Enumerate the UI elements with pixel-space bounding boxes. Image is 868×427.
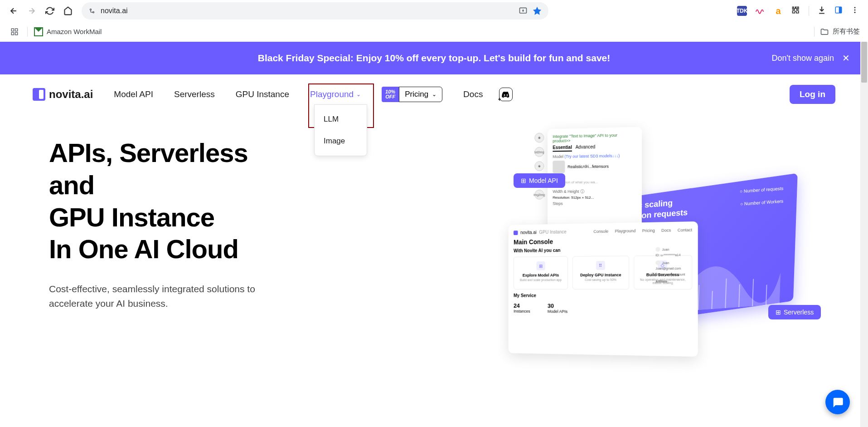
page-viewport: Black Friday Special: Enjoy 10% off ever… xyxy=(0,42,868,427)
side-dot-icon: img2img xyxy=(534,190,544,200)
side-dot-icon: ◉ xyxy=(534,161,544,171)
avatar-icon xyxy=(655,247,660,251)
svg-line-19 xyxy=(712,291,712,309)
scrollbar-thumb[interactable] xyxy=(861,42,867,83)
nav-gpu-instance[interactable]: GPU Instance xyxy=(236,89,289,99)
dropdown-item-image[interactable]: Image xyxy=(315,130,367,152)
chat-icon xyxy=(831,396,844,408)
install-icon[interactable] xyxy=(519,6,528,15)
svg-point-7 xyxy=(854,12,856,13)
nav-pricing[interactable]: 10% OFF Pricing ⌄ xyxy=(382,87,442,102)
logo-text: novita.ai xyxy=(49,88,93,101)
svg-rect-8 xyxy=(11,29,14,31)
ext-wave[interactable] xyxy=(755,5,765,17)
svg-point-5 xyxy=(854,7,856,8)
divider xyxy=(27,27,28,37)
forward-button[interactable] xyxy=(24,3,40,19)
side-panel-icon[interactable] xyxy=(834,6,843,16)
chat-fab[interactable] xyxy=(825,390,850,414)
promo-banner: Black Friday Special: Enjoy 10% off ever… xyxy=(0,42,868,74)
svg-rect-10 xyxy=(11,32,14,34)
discount-badge: 10% OFF xyxy=(382,87,399,102)
bookmark-star-icon[interactable] xyxy=(532,6,542,16)
address-bar[interactable]: novita.ai xyxy=(82,2,548,20)
grid-icon: ⊞ xyxy=(521,177,526,184)
dropdown-item-llm[interactable]: LLM xyxy=(315,108,367,130)
discord-button[interactable] xyxy=(499,88,513,101)
site-nav: novita.ai Model API Serverless GPU Insta… xyxy=(0,74,868,114)
hero-subtitle: Cost-effective, seamlessly integrated so… xyxy=(49,282,276,310)
close-icon[interactable]: ✕ xyxy=(842,53,850,64)
mail-icon xyxy=(34,27,43,36)
browser-toolbar: novita.ai TDK a xyxy=(0,0,868,22)
home-button[interactable] xyxy=(60,3,76,19)
scrollbar[interactable] xyxy=(860,42,868,427)
apps-grid-icon[interactable] xyxy=(8,25,21,38)
nav-model-api[interactable]: Model API xyxy=(114,89,153,99)
nav-docs[interactable]: Docs xyxy=(463,89,483,99)
ext-tdk[interactable]: TDK xyxy=(737,6,747,16)
logo-icon xyxy=(514,231,518,235)
all-bookmarks-label: 所有书签 xyxy=(833,27,860,36)
download-icon[interactable] xyxy=(817,5,826,16)
menu-dots-icon[interactable] xyxy=(851,6,859,16)
logo-icon xyxy=(33,88,45,101)
user-panel: Joan ID: u-*********a14 Joan Joan@gmail.… xyxy=(655,245,693,283)
promo-text: Black Friday Special: Enjoy 10% off ever… xyxy=(258,53,611,64)
svg-point-6 xyxy=(854,10,856,11)
side-dot-icon: ◉ xyxy=(534,133,544,143)
nav-playground-label: Playground xyxy=(310,89,354,99)
site-info-icon[interactable] xyxy=(88,7,96,15)
nav-serverless[interactable]: Serverless xyxy=(174,89,215,99)
back-button[interactable] xyxy=(5,3,22,19)
cell-icon: ⊞ xyxy=(536,261,545,270)
all-bookmarks[interactable]: 所有书签 xyxy=(820,27,860,36)
folder-icon xyxy=(820,27,829,36)
playground-dropdown: LLM Image xyxy=(314,104,367,156)
extensions-row: TDK a xyxy=(737,5,863,17)
extensions-puzzle-icon[interactable] xyxy=(791,5,800,16)
svg-rect-9 xyxy=(15,29,18,31)
thumbnail-icon xyxy=(553,161,565,173)
divider xyxy=(809,6,809,16)
avatar-icon xyxy=(655,260,660,265)
side-dot-icon: txt2img xyxy=(534,147,544,157)
bookmark-bar: Amazon WorkMail 所有书签 xyxy=(0,22,868,42)
svg-point-0 xyxy=(90,9,92,10)
console-card: novita.ai GPU Instance Console Playgroun… xyxy=(509,221,698,357)
model-api-chip: ⊞ Model API xyxy=(514,173,565,188)
svg-point-1 xyxy=(93,12,94,13)
ext-a[interactable]: a xyxy=(773,6,783,16)
bookmark-label: Amazon WorkMail xyxy=(47,28,102,35)
divider xyxy=(814,27,815,37)
chevron-down-icon: ⌄ xyxy=(356,91,361,98)
svg-rect-11 xyxy=(15,32,18,34)
nav-playground[interactable]: Playground ⌄ xyxy=(310,89,361,99)
chevron-down-icon: ⌄ xyxy=(432,91,436,98)
promo-dismiss[interactable]: Don't show again xyxy=(771,54,834,63)
grid-icon: ⊞ xyxy=(776,309,781,316)
svg-rect-4 xyxy=(839,7,842,13)
url-text: novita.ai xyxy=(101,7,514,15)
hero-illustration: Elastic scaling based on requests During… xyxy=(487,128,850,382)
cell-icon: ⠿ xyxy=(596,261,605,270)
pricing-label: Pricing xyxy=(405,90,428,99)
login-button[interactable]: Log in xyxy=(790,85,835,104)
serverless-chip: ⊞ Serverless xyxy=(768,305,821,319)
logo[interactable]: novita.ai xyxy=(33,88,93,101)
bookmark-workmail[interactable]: Amazon WorkMail xyxy=(34,27,102,36)
reload-button[interactable] xyxy=(42,3,58,19)
